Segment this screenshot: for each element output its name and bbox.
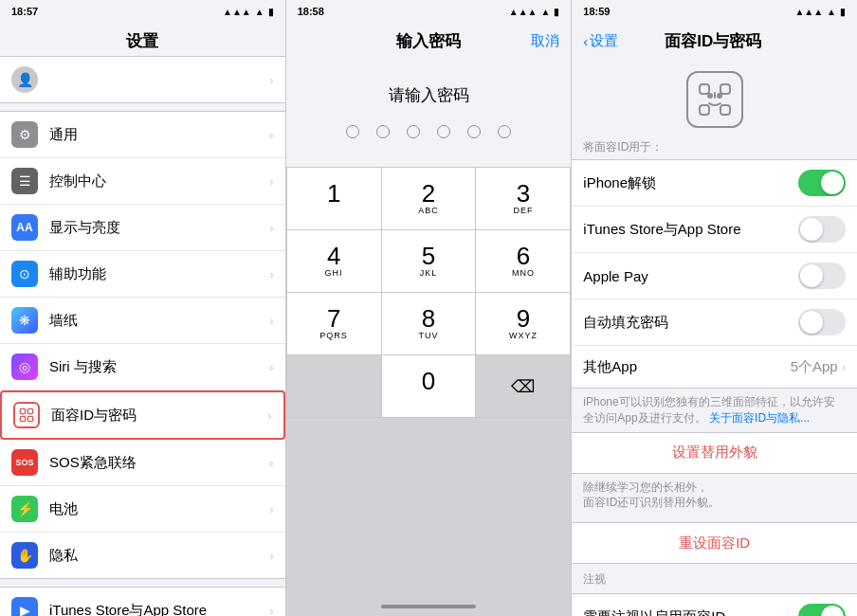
faceid-symbol (686, 71, 743, 128)
faceid-item-itunes: iTunes Store与App Store (572, 207, 857, 253)
settings-section-main: ⚙ 通用 › ☰ 控制中心 › AA 显示与亮度 › ⊙ 辅助功能 › ❋ 墙纸 (0, 111, 285, 579)
settings-item-faceid[interactable]: 面容ID与密码 › (0, 390, 285, 440)
profile-icon: 👤 (11, 66, 38, 93)
key-5[interactable]: 5 JKL (382, 230, 477, 293)
key-4[interactable]: 4 GHI (287, 230, 382, 293)
dot-4 (437, 125, 450, 138)
passcode-dots (286, 125, 572, 138)
status-bar-3: 18:59 ▲▲▲ ▲ ▮ (572, 0, 857, 23)
faceid-content: 将面容ID用于： iPhone解锁 iTunes Store与App Store… (572, 56, 857, 616)
toggle-attention[interactable] (798, 604, 846, 616)
status-icons-3: ▲▲▲ ▲ ▮ (794, 7, 846, 17)
faceid-section-label: 将面容ID用于： (572, 136, 857, 159)
key-7[interactable]: 7 PQRS (287, 293, 382, 355)
svg-point-9 (718, 94, 721, 98)
toggle-thumb (821, 172, 844, 194)
faceid-description: iPhone可以识别您独有的三维面部特征，以允许安全访问App及进行支付。 关于… (572, 389, 857, 432)
svg-rect-7 (720, 105, 730, 115)
battery-icon: ▮ (268, 7, 274, 17)
svg-rect-4 (700, 84, 709, 94)
battery-settings-icon: ⚡ (11, 496, 38, 522)
settings-item-access[interactable]: ⊙ 辅助功能 › (0, 251, 285, 298)
toggle-thumb-applepay (800, 264, 823, 287)
key-6[interactable]: 6 MNO (476, 230, 571, 293)
notice-title: 注视 (583, 571, 846, 588)
settings-item-battery[interactable]: ⚡ 电池 › (0, 486, 285, 533)
settings-item-privacy[interactable]: ✋ 隐私 › (0, 533, 285, 578)
faceid-item-otherapps[interactable]: 其他App 5个App › (572, 346, 857, 388)
delete-icon: ⌫ (511, 376, 535, 397)
svg-rect-0 (20, 408, 25, 413)
status-bar-2: 18:58 ▲▲▲ ▲ ▮ (286, 0, 572, 23)
setup-alt-button[interactable]: 设置替用外貌 (572, 432, 857, 474)
toggle-iphone-unlock[interactable] (798, 170, 846, 196)
battery-icon-3: ▮ (840, 7, 846, 17)
settings-item-siri[interactable]: ◎ Siri 与搜索 › (0, 344, 285, 390)
toggle-thumb-itunes (800, 218, 823, 241)
faceid-toggle-group: iPhone解锁 iTunes Store与App Store Apple Pa… (572, 159, 857, 389)
key-2[interactable]: 2 ABC (382, 168, 477, 230)
dot-1 (346, 125, 359, 138)
signal-icon-3: ▲▲▲ (794, 7, 823, 17)
back-button[interactable]: ‹ 设置 (583, 32, 618, 50)
faceid-item-applepay: Apple Pay (572, 253, 857, 299)
passcode-nav-title: 输入密码 (396, 30, 461, 52)
status-bar-1: 18:57 ▲▲▲ ▲ ▮ (0, 0, 285, 23)
passcode-nav: 输入密码 取消 (286, 23, 572, 56)
wallpaper-icon: ❋ (11, 307, 38, 334)
passcode-cancel-button[interactable]: 取消 (531, 32, 559, 50)
itunes-icon: ▶ (11, 597, 38, 616)
faceid-nav: ‹ 设置 面容ID与密码 (572, 23, 857, 56)
reset-faceid-button[interactable]: 重设面容ID (572, 522, 857, 564)
toggle-itunes[interactable] (798, 216, 846, 243)
access-icon: ⊙ (11, 261, 38, 287)
key-1[interactable]: 1 (287, 168, 382, 230)
notice-item-attention: 需要注视以启用面容ID (572, 594, 857, 616)
settings-item-sos[interactable]: SOS SOS紧急联络 › (0, 440, 285, 486)
svg-rect-6 (700, 105, 709, 115)
faceid-panel: 18:59 ▲▲▲ ▲ ▮ ‹ 设置 面容ID与密码 (572, 0, 857, 616)
key-9[interactable]: 9 WXYZ (476, 293, 571, 355)
passcode-panel: 18:58 ▲▲▲ ▲ ▮ 输入密码 取消 请输入密码 1 2 ABC 3 DE… (286, 0, 573, 616)
svg-rect-1 (27, 408, 32, 413)
notice-section: 注视 (572, 564, 857, 593)
wifi-icon-3: ▲ (827, 7, 836, 17)
alt-desc: 除继续学习您的长相外， 面容ID还可识别替用外貌。 (572, 474, 857, 516)
status-icons-1: ▲▲▲ ▲ ▮ (223, 7, 274, 17)
back-label: 设置 (590, 32, 618, 50)
dot-5 (467, 125, 481, 138)
key-empty (287, 355, 382, 418)
settings-item-general[interactable]: ⚙ 通用 › (0, 112, 285, 158)
wifi-icon: ▲ (255, 7, 264, 17)
toggle-applepay[interactable] (798, 263, 846, 289)
settings-list: 👤 › ⚙ 通用 › ☰ 控制中心 › AA 显示与亮度 › (0, 56, 285, 616)
control-icon: ☰ (11, 168, 38, 194)
settings-item-control[interactable]: ☰ 控制中心 › (0, 158, 285, 205)
key-delete[interactable]: ⌫ (476, 355, 571, 418)
settings-item-wallpaper[interactable]: ❋ 墙纸 › (0, 298, 285, 344)
faceid-icon-area (572, 56, 857, 136)
faceid-item-iphone-unlock: iPhone解锁 (572, 160, 857, 207)
faceid-privacy-link[interactable]: 关于面容ID与隐私... (709, 411, 810, 425)
key-3[interactable]: 3 DEF (476, 168, 571, 230)
settings-item-profile[interactable]: 👤 › (0, 57, 285, 102)
status-icons-2: ▲▲▲ ▲ ▮ (509, 7, 560, 17)
settings-section-bottom: ▶ iTunes Store与App Store › ◼ 钱包与Apple Pa… (0, 587, 285, 616)
settings-item-itunes[interactable]: ▶ iTunes Store与App Store › (0, 588, 285, 616)
time-3: 18:59 (583, 6, 610, 17)
toggle-autofill[interactable] (798, 309, 846, 335)
settings-item-display[interactable]: AA 显示与亮度 › (0, 205, 285, 251)
general-icon: ⚙ (11, 121, 38, 148)
toggle-thumb-autofill (800, 311, 823, 334)
sos-icon: SOS (11, 449, 38, 476)
svg-rect-5 (720, 84, 730, 94)
home-bar-area (286, 418, 572, 616)
key-8[interactable]: 8 TUV (382, 293, 477, 355)
passcode-prompt: 请输入密码 (286, 84, 572, 106)
dot-2 (376, 125, 390, 138)
key-0[interactable]: 0 (382, 355, 477, 418)
dot-3 (407, 125, 420, 138)
svg-rect-3 (27, 416, 32, 421)
faceid-nav-title: 面容ID与密码 (618, 30, 808, 52)
wifi-icon-2: ▲ (540, 7, 550, 17)
